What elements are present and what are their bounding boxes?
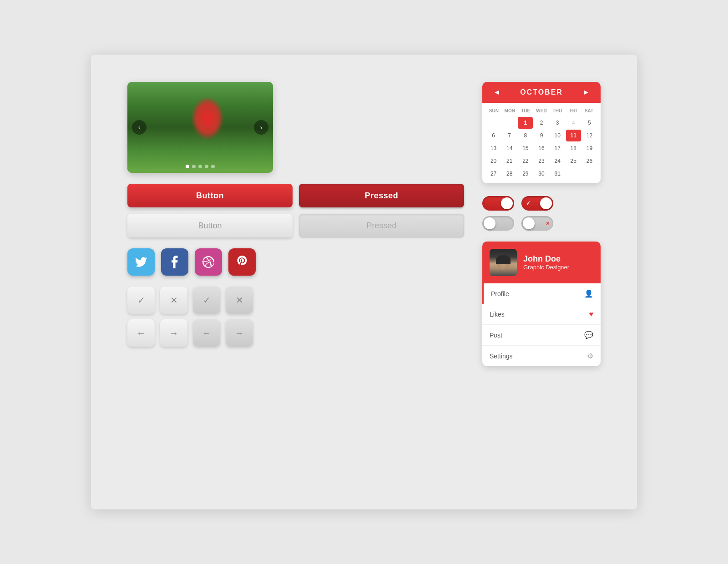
- weekday-mon: MON: [502, 106, 518, 115]
- calendar-month-label: OCTOBER: [520, 88, 563, 96]
- dot-5[interactable]: [211, 165, 215, 168]
- profile-info: John Doe Graphic Designer: [523, 254, 569, 271]
- twitter-icon-button[interactable]: [127, 248, 155, 276]
- cal-day-5[interactable]: 5: [582, 117, 597, 129]
- cal-day-26[interactable]: 26: [582, 155, 597, 167]
- arrow-left-button-1[interactable]: ←: [127, 319, 155, 347]
- cal-day-16[interactable]: 16: [534, 142, 549, 154]
- weekday-fri: FRI: [565, 106, 581, 115]
- settings-icon: ⚙: [587, 352, 593, 360]
- menu-item-likes[interactable]: Likes ♥: [482, 304, 601, 325]
- calendar-weekdays: SUN MON TUE WED THU FRI SAT: [486, 106, 597, 115]
- facebook-icon-button[interactable]: [161, 248, 188, 276]
- weekday-tue: TUE: [518, 106, 534, 115]
- toggle-row-2: ✕: [482, 216, 601, 231]
- toggles-section: ✓ ✕: [482, 196, 601, 231]
- check-button-1[interactable]: ✓: [127, 287, 155, 314]
- close-button-1[interactable]: ✕: [160, 287, 187, 314]
- cal-day-13[interactable]: 13: [486, 142, 501, 154]
- cal-day-29[interactable]: 29: [518, 168, 533, 180]
- dot-1[interactable]: [186, 165, 189, 168]
- cal-day-31[interactable]: 31: [550, 168, 565, 180]
- cal-day-6[interactable]: 6: [486, 130, 501, 141]
- check-button-2[interactable]: ✓: [193, 287, 220, 314]
- toggle-2-knob: [540, 197, 552, 209]
- heart-icon: ♥: [589, 310, 594, 318]
- cal-day-19[interactable]: 19: [582, 142, 597, 154]
- avatar: [490, 249, 517, 276]
- arrow-left-button-2[interactable]: ←: [193, 319, 220, 347]
- weekday-sun: SUN: [486, 106, 502, 115]
- cal-day-20[interactable]: 20: [486, 155, 501, 167]
- calendar-days: 1 2 3 4 5 6 7 8 9 10 11 12 13: [486, 117, 597, 180]
- icon-row-2: ← → ← →: [127, 319, 464, 347]
- carousel-dots: [186, 165, 215, 168]
- menu-label-profile: Profile: [491, 290, 509, 297]
- cal-empty-1: [486, 117, 501, 129]
- cal-day-2[interactable]: 2: [534, 117, 549, 129]
- dot-4[interactable]: [205, 165, 208, 168]
- menu-label-post: Post: [490, 332, 502, 339]
- dot-3[interactable]: [198, 165, 202, 168]
- cal-day-4[interactable]: 4: [566, 117, 581, 129]
- red-pressed-button[interactable]: Pressed: [299, 184, 464, 207]
- profile-menu: Profile 👤 Likes ♥ Post 💬 Settings ⚙: [482, 283, 601, 366]
- white-pressed-button[interactable]: Pressed: [299, 214, 464, 237]
- profile-card: John Doe Graphic Designer Profile 👤 Like…: [482, 242, 601, 366]
- white-button[interactable]: Button: [127, 214, 293, 237]
- cal-day-15[interactable]: 15: [518, 142, 533, 154]
- calendar-next-button[interactable]: ►: [579, 87, 593, 97]
- close-button-2[interactable]: ✕: [226, 287, 253, 314]
- cal-day-21[interactable]: 21: [502, 155, 517, 167]
- cal-day-8[interactable]: 8: [518, 130, 533, 141]
- cal-day-27[interactable]: 27: [486, 168, 501, 180]
- toggle-2-check-icon: ✓: [526, 200, 531, 206]
- menu-label-settings: Settings: [490, 352, 513, 360]
- cal-day-12[interactable]: 12: [582, 130, 597, 141]
- cal-day-28[interactable]: 28: [502, 168, 517, 180]
- cal-day-14[interactable]: 14: [502, 142, 517, 154]
- icon-row-1: ✓ ✕ ✓ ✕: [127, 287, 464, 314]
- cal-day-18[interactable]: 18: [566, 142, 581, 154]
- toggle-4[interactable]: ✕: [521, 216, 553, 231]
- arrow-right-button-1[interactable]: →: [160, 319, 187, 347]
- toggle-1[interactable]: [482, 196, 514, 211]
- cal-day-9[interactable]: 9: [534, 130, 549, 141]
- cal-day-23[interactable]: 23: [534, 155, 549, 167]
- cal-day-10[interactable]: 10: [550, 130, 565, 141]
- red-button[interactable]: Button: [127, 184, 293, 207]
- menu-item-profile[interactable]: Profile 👤: [482, 283, 601, 304]
- cal-day-24[interactable]: 24: [550, 155, 565, 167]
- cal-empty-2: [502, 117, 517, 129]
- pinterest-icon-button[interactable]: [228, 248, 256, 276]
- cal-day-11[interactable]: 11: [566, 130, 581, 141]
- buttons-section: Button Pressed Button Pressed: [127, 184, 464, 237]
- cal-day-7[interactable]: 7: [502, 130, 517, 141]
- social-icons-section: [127, 248, 464, 276]
- menu-item-post[interactable]: Post 💬: [482, 325, 601, 346]
- carousel-next-button[interactable]: ›: [254, 120, 268, 135]
- button-row-red: Button Pressed: [127, 184, 464, 207]
- cal-day-22[interactable]: 22: [518, 155, 533, 167]
- cal-day-25[interactable]: 25: [566, 155, 581, 167]
- carousel-prev-button[interactable]: ‹: [132, 120, 147, 135]
- weekday-sat: SAT: [581, 106, 597, 115]
- calendar-header: ◄ OCTOBER ►: [482, 82, 601, 103]
- carousel[interactable]: ‹ ›: [127, 82, 464, 173]
- post-icon: 💬: [584, 331, 593, 339]
- profile-icon: 👤: [584, 289, 593, 298]
- dot-2[interactable]: [192, 165, 196, 168]
- cal-day-17[interactable]: 17: [550, 142, 565, 154]
- calendar-prev-button[interactable]: ◄: [490, 87, 504, 97]
- menu-item-settings[interactable]: Settings ⚙: [482, 346, 601, 366]
- weekday-wed: WED: [534, 106, 550, 115]
- cal-day-3[interactable]: 3: [550, 117, 565, 129]
- button-row-white: Button Pressed: [127, 214, 464, 237]
- cal-day-30[interactable]: 30: [534, 168, 549, 180]
- cal-day-1[interactable]: 1: [518, 117, 533, 129]
- toggle-2[interactable]: ✓: [521, 196, 553, 211]
- toggle-3[interactable]: [482, 216, 514, 231]
- dribbble-icon-button[interactable]: [195, 248, 222, 276]
- arrow-right-button-2[interactable]: →: [226, 319, 253, 347]
- toggle-row-1: ✓: [482, 196, 601, 211]
